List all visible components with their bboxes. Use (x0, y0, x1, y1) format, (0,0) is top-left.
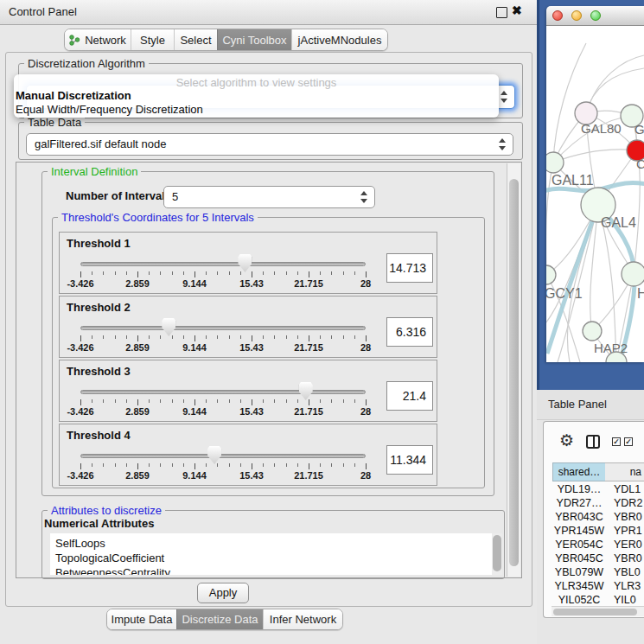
tick-label: 2.859 (125, 470, 150, 481)
cell-shared-name: YBR043C (552, 511, 606, 523)
tab-cyni-toolbox[interactable]: Cyni Toolbox (217, 29, 291, 50)
attributes-group: Attributes to discretize Numerical Attri… (41, 510, 505, 579)
group-title: Table Data (24, 116, 85, 129)
close-icon[interactable]: ✖ (512, 3, 522, 17)
tab-discretize-data[interactable]: Discretize Data (176, 609, 263, 629)
close-traffic-light-icon[interactable] (552, 10, 563, 21)
tab-jactivemnodules[interactable]: jActiveMNodules (291, 29, 387, 50)
table-row[interactable]: YLR345WYLR3 (552, 580, 644, 594)
group-title: Attributes to discretize (48, 504, 165, 517)
threshold-label: Threshold 1 (67, 237, 131, 250)
cell-name: YPR1 (614, 525, 644, 537)
slider-ticks (80, 335, 366, 341)
scrollbar-thumb[interactable] (509, 179, 519, 566)
table-data-combobox[interactable]: galFiltered.sif default node (26, 133, 513, 156)
table-row[interactable]: YBR043CYBR0 (552, 511, 644, 525)
threshold-value-field[interactable]: 11.344 (386, 445, 433, 475)
tab-impute-data[interactable]: Impute Data (107, 609, 176, 629)
network-node[interactable] (583, 322, 602, 341)
threshold-panel: Threshold 2-3.4262.8599.14415.4321.71528… (59, 296, 437, 358)
top-tab-bar: Network Style Select Cyni Toolbox jActiv… (64, 29, 388, 51)
split-panel-icon[interactable] (586, 435, 600, 449)
threshold-slider[interactable]: -3.4262.8599.14415.4321.71528 (80, 445, 366, 483)
table-rows: YDL19…YDL1YDR27…YDR2YBR043CYBR0YPR145WYP… (552, 483, 644, 594)
apply-button[interactable]: Apply (197, 583, 249, 603)
table-row[interactable]: YDL19…YDL1 (552, 483, 644, 497)
tab-infer-network[interactable]: Infer Network (263, 609, 342, 629)
network-node-label: GCY1 (546, 286, 583, 301)
cell-shared-name: YER054C (552, 539, 606, 551)
slider-track[interactable] (80, 390, 366, 394)
tick-label: 21.715 (294, 406, 323, 417)
slider-handle[interactable] (162, 318, 175, 336)
tab-label: Discretize Data (182, 613, 258, 626)
network-edge (553, 150, 637, 163)
numerical-attributes-list[interactable]: SelfLoopsTopologicalCoefficientBetweenne… (50, 533, 502, 575)
slider-track[interactable] (80, 326, 366, 330)
zoom-traffic-light-icon[interactable] (590, 10, 601, 21)
cell-shared-name: YBL079W (552, 566, 606, 578)
combo-arrows-icon (360, 191, 368, 203)
table-row[interactable]: YBL079WYBL0 (552, 566, 644, 580)
slider-handle[interactable] (207, 446, 221, 464)
cell-name: YDR2 (614, 497, 644, 509)
threshold-slider[interactable]: -3.4262.8599.14415.4321.71528 (80, 253, 366, 291)
cell-shared-name: YBR045C (552, 552, 606, 564)
slider-track[interactable] (80, 262, 366, 266)
slider-handle[interactable] (299, 382, 313, 400)
table-panel-header: Table Panel (537, 390, 644, 420)
dropdown-options: Manual DiscretizationEqual Width/Frequen… (14, 89, 499, 117)
attribute-list-item[interactable]: SelfLoops (50, 536, 502, 551)
threshold-slider[interactable]: -3.4262.8599.14415.4321.71528 (80, 317, 366, 355)
network-node-label: H (637, 286, 644, 301)
cell-name: YBR0 (614, 511, 644, 523)
attribute-list-item[interactable]: TopologicalCoefficient (50, 551, 502, 565)
tick-label: 21.715 (294, 278, 323, 289)
checkbox-icon[interactable]: ✓ (624, 437, 633, 446)
column-header-name[interactable]: na (605, 462, 644, 481)
scrollbar-thumb[interactable] (553, 609, 637, 615)
group-title: Interval Definition (48, 165, 141, 178)
thresholds-group: Threshold's Coordinates for 5 Intervals … (52, 217, 485, 488)
table-row[interactable]: YDR27…YDR2 (552, 497, 644, 511)
table-data-group: Table Data galFiltered.sif default node (18, 122, 523, 160)
table-row[interactable]: YER054CYER0 (552, 539, 644, 552)
slider-handle[interactable] (238, 254, 252, 272)
network-window-titlebar (546, 6, 644, 26)
network-node[interactable] (546, 152, 564, 173)
tick-label: 9.144 (182, 406, 207, 417)
slider-ticks (80, 399, 366, 405)
network-canvas[interactable]: GAL80GACGAL11GAL4GCY1HHAP2 (546, 26, 644, 362)
cell-name: YBL0 (614, 566, 644, 578)
table-row[interactable]: YPR145WYPR1 (552, 525, 644, 539)
dropdown-option[interactable]: Manual Discretization (14, 89, 499, 103)
threshold-value-field[interactable]: 14.713 (386, 253, 433, 283)
settings-scroll-panel: Interval Definition Number of Intervals … (16, 162, 522, 578)
float-window-icon[interactable] (496, 7, 507, 18)
cell-shared-name: YIL052C (552, 594, 606, 606)
table-row[interactable]: YBR045CYBR0 (552, 552, 644, 566)
network-node[interactable] (622, 262, 644, 286)
attributes-list-scrollbar[interactable] (492, 533, 502, 575)
cell-name: YLR3 (614, 580, 644, 592)
vertical-scrollbar[interactable] (507, 163, 520, 577)
threshold-value-field[interactable]: 6.316 (386, 317, 433, 347)
dropdown-option[interactable]: Equal Width/Frequency Discretization (14, 103, 499, 117)
minimize-traffic-light-icon[interactable] (571, 10, 582, 21)
threshold-value-field[interactable]: 21.4 (386, 381, 433, 411)
tick-label: 15.43 (239, 278, 264, 289)
horizontal-scrollbar[interactable] (552, 606, 644, 616)
number-of-intervals-combobox[interactable]: 5 (163, 186, 375, 208)
screen: Control Panel ✖ Network Style Select Cyn… (0, 0, 644, 644)
tab-network[interactable]: Network (65, 29, 131, 50)
checkbox-icon[interactable]: ✓ (612, 437, 621, 446)
tick-label: -3.426 (67, 470, 93, 481)
threshold-slider[interactable]: -3.4262.8599.14415.4321.71528 (80, 381, 366, 419)
column-header-shared-name[interactable]: shared… (552, 462, 606, 481)
attribute-list-item[interactable]: BetweennessCentrality (50, 565, 502, 575)
slider-track[interactable] (80, 454, 366, 458)
scrollbar-thumb[interactable] (493, 535, 501, 571)
tab-select[interactable]: Select (174, 29, 217, 50)
tab-style[interactable]: Style (131, 29, 174, 50)
gear-icon[interactable]: ⚙ (559, 430, 574, 450)
